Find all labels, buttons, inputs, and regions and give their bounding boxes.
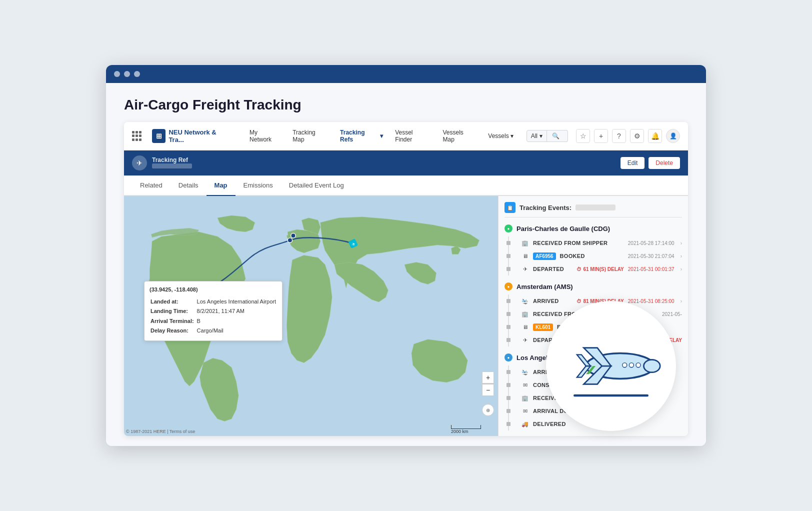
chevron-down-icon: ▾ (380, 132, 383, 140)
flight-badge-af: AF6956 (533, 252, 556, 260)
location-dot-cdg: ● (504, 224, 512, 232)
envelope-icon: ✉ (521, 407, 529, 415)
search-filter-select[interactable]: All ▾ (526, 130, 547, 142)
clock-icon: ⏱ (576, 266, 582, 272)
flight-badge-kl: KL601 (533, 324, 553, 331)
location-cdg-header: ● Paris-Charles de Gaulle (CDG) (504, 224, 682, 232)
nav-menu-trackingmap[interactable]: Tracking Map (288, 126, 333, 146)
monitor-icon: 🖥 (521, 323, 529, 331)
plane-land-icon: 🛬 (521, 368, 529, 376)
tab-map[interactable]: Map (206, 176, 236, 196)
chevron-icon: › (680, 266, 682, 272)
clock-icon: ⏱ (576, 298, 582, 304)
page-title: Air-Cargo Freight Tracking (124, 97, 688, 113)
top-nav: ⊞ NEU Network & Tra... My Network Tracki… (124, 122, 688, 150)
svg-point-9 (629, 363, 634, 368)
map-area[interactable]: ✈ (33.9425, -118.408) Landed at: (124, 196, 498, 436)
browser-dot-1 (114, 71, 120, 77)
monitor-icon: 🖥 (521, 252, 529, 260)
breadcrumb-actions: Edit Delete (620, 157, 680, 169)
tooltip-table: Landed at: Los Angeles International Air… (150, 296, 277, 336)
zoom-out-btn[interactable]: − (482, 384, 494, 396)
chevron-down-icon-search: ▾ (540, 132, 542, 140)
nav-right-icons: ☆ + ? ⚙ 🔔 👤 (576, 129, 680, 143)
map-compass[interactable]: ⊕ (482, 404, 494, 416)
plane-depart-icon: ✈ (521, 336, 529, 344)
building-icon: 🏢 (521, 310, 529, 318)
tab-details[interactable]: Details (170, 176, 206, 196)
map-scale: 2000 km (451, 425, 481, 434)
tracking-ref-icon: ✈ (132, 156, 147, 170)
building-icon: 🏢 (521, 394, 529, 402)
breadcrumb-bar: ✈ Tracking Ref Edit Delete (124, 150, 688, 176)
event-row: ✈ DEPARTED ⏱ 61 MIN(S) DELAY 2021-05-31 … (508, 262, 682, 276)
breadcrumb-info: ✈ Tracking Ref (132, 156, 192, 170)
delete-button[interactable]: Delete (648, 157, 680, 169)
building-icon: 🏢 (521, 239, 529, 247)
chevron-icon: › (680, 254, 682, 259)
location-name-cdg: Paris-Charles de Gaulle (CDG) (516, 225, 610, 232)
tracking-header-icon: 📋 (504, 202, 516, 213)
deliver-icon: 🚚 (521, 420, 529, 428)
svg-point-1 (288, 238, 292, 242)
tab-related[interactable]: Related (132, 176, 170, 196)
nav-menu-mynetwork[interactable]: My Network (244, 126, 286, 146)
event-row: 🏢 RECEIVED FROM SHIPPER 2021-05-28 17:14… (508, 236, 682, 250)
bookmark-btn[interactable]: ☆ (576, 129, 590, 143)
edit-button[interactable]: Edit (620, 157, 645, 169)
chevron-icon: › (680, 240, 682, 246)
event-row: 🖥 AF6956 BOOKED 2021-05-30 21:07:04 › (508, 250, 682, 262)
tracking-header: 📋 Tracking Events: (504, 202, 682, 218)
browser-dot-3 (134, 71, 140, 77)
browser-titlebar (106, 65, 706, 83)
settings-btn[interactable]: ⚙ (630, 129, 644, 143)
airplane-svg (561, 324, 661, 408)
location-dot-ams: ● (504, 282, 512, 290)
svg-point-8 (636, 363, 640, 368)
nav-search-bar: 🔍 (547, 130, 568, 142)
nav-logo-icon: ⊞ (152, 129, 166, 143)
scale-bar (451, 425, 481, 429)
user-avatar[interactable]: 👤 (666, 129, 680, 143)
bell-btn[interactable]: 🔔 (648, 129, 662, 143)
map-tooltip: (33.9425, -118.408) Landed at: Los Angel… (144, 281, 282, 341)
tooltip-coords: (33.9425, -118.408) (150, 286, 277, 294)
location-cdg: ● Paris-Charles de Gaulle (CDG) 🏢 RECEIV… (504, 224, 682, 276)
zoom-in-btn[interactable]: + (482, 372, 494, 384)
breadcrumb-text: Tracking Ref (152, 156, 192, 170)
envelope-icon: ✉ (521, 381, 529, 389)
tracking-title: Tracking Events: (520, 204, 572, 212)
svg-point-2 (291, 234, 296, 238)
map-attribution: © 1987-2021 HERE | Terms of use (126, 429, 195, 434)
airplane-decoration (546, 301, 676, 431)
apps-icon[interactable] (132, 131, 142, 141)
nav-menu-trackingrefs[interactable]: Tracking Refs ▾ (335, 126, 388, 146)
nav-menu-vesselfinder[interactable]: Vessel Finder (390, 126, 436, 146)
chevron-down-icon-2: ▾ (510, 132, 514, 140)
nav-menu-vessels[interactable]: Vessels ▾ (483, 130, 518, 142)
tab-emissions[interactable]: Emissions (236, 176, 281, 196)
location-ams-header: ● Amsterdam (AMS) (504, 282, 682, 290)
plane-depart-icon: ✈ (521, 265, 529, 273)
add-btn[interactable]: + (594, 129, 608, 143)
nav-menu: My Network Tracking Map Tracking Refs ▾ … (244, 126, 518, 146)
tab-event-log[interactable]: Detailed Event Log (281, 176, 352, 196)
svg-point-7 (644, 360, 660, 372)
location-name-ams: Amsterdam (AMS) (516, 283, 573, 290)
nav-menu-vesselsmap[interactable]: Vessels Map (438, 126, 482, 146)
nav-logo[interactable]: ⊞ NEU Network & Tra... (152, 128, 232, 144)
tabs-bar: Related Details Map Emissions Detailed E… (124, 176, 688, 196)
map-zoom-controls: + − (482, 372, 494, 396)
tracking-ref-value (576, 204, 616, 210)
browser-dot-2 (124, 71, 130, 77)
chevron-icon: › (680, 298, 682, 304)
search-icon: 🔍 (552, 132, 560, 140)
location-dot-lax: ● (504, 354, 512, 362)
nav-logo-text: NEU Network & Tra... (168, 128, 232, 144)
help-btn[interactable]: ? (612, 129, 626, 143)
delay-indicator: ⏱ 61 MIN(S) DELAY (576, 266, 624, 272)
plane-land-icon: 🛬 (521, 297, 529, 305)
svg-point-10 (622, 363, 627, 368)
